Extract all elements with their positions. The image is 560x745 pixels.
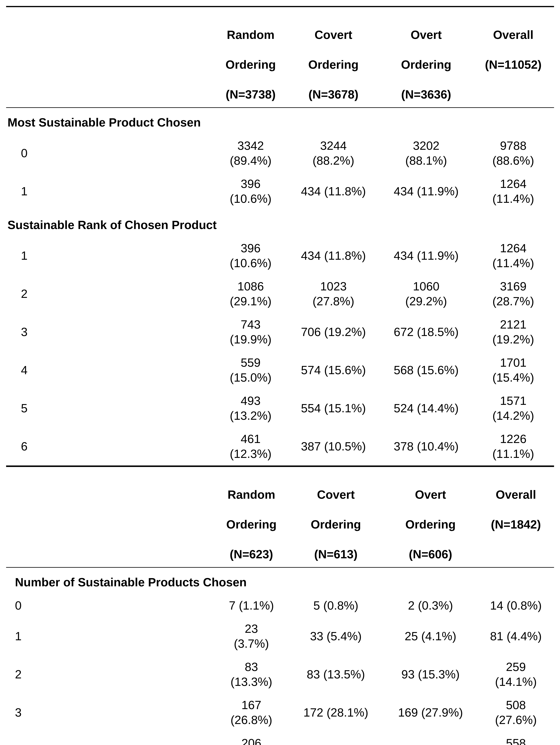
- cell-value: 169 (27.9%): [383, 732, 478, 745]
- table-row: 3167 (26.8%)172 (28.1%)169 (27.9%)508 (2…: [6, 693, 554, 732]
- cell-value: 5 (0.8%): [288, 594, 383, 617]
- cell-value: 378 (10.4%): [380, 427, 473, 465]
- cell-value: 387 (10.5%): [287, 427, 380, 465]
- summary-table-1: Random Ordering (N=3738) Covert Ordering…: [6, 6, 554, 465]
- header-blank: [6, 6, 214, 107]
- header-text: (N=623): [230, 548, 273, 561]
- table-row: 6461 (12.3%)387 (10.5%)378 (10.4%)1226 (…: [6, 427, 554, 465]
- cell-value: 559 (15.0%): [214, 351, 287, 389]
- header-text: (N=3738): [225, 88, 276, 101]
- cell-value: 1571 (14.2%): [473, 389, 554, 427]
- header-text: (N=606): [409, 548, 452, 561]
- section-title-row: Most Sustainable Product Chosen: [6, 107, 554, 134]
- header-covert: Covert Ordering (N=613): [288, 466, 383, 568]
- cell-value: 9788 (88.6%): [473, 134, 554, 172]
- header-text: Ordering: [308, 58, 358, 71]
- row-label: 3: [6, 313, 214, 351]
- table-row: 4559 (15.0%)574 (15.6%)568 (15.6%)1701 (…: [6, 351, 554, 389]
- cell-value: 183 (29.9%): [288, 732, 383, 745]
- cell-value: 167 (26.8%): [214, 693, 288, 732]
- cell-value: 434 (11.9%): [380, 172, 473, 210]
- header-text: Covert: [317, 488, 355, 501]
- row-label: 1: [6, 172, 214, 210]
- header-text: (N=613): [314, 548, 357, 561]
- cell-value: 81 (4.4%): [478, 617, 554, 655]
- cell-value: 14 (0.8%): [478, 594, 554, 617]
- table-row: 3743 (19.9%)706 (19.2%)672 (18.5%)2121 (…: [6, 313, 554, 351]
- cell-value: 169 (27.9%): [383, 693, 478, 732]
- cell-value: 1264 (11.4%): [473, 172, 554, 210]
- table-row: 123 (3.7%)33 (5.4%)25 (4.1%)81 (4.4%): [6, 617, 554, 655]
- tables-container: Random Ordering (N=3738) Covert Ordering…: [6, 6, 554, 745]
- cell-value: 434 (11.8%): [287, 237, 380, 275]
- row-label: 1: [6, 617, 214, 655]
- section-title: Most Sustainable Product Chosen: [6, 107, 554, 134]
- cell-value: 3169 (28.7%): [473, 275, 554, 313]
- cell-value: 461 (12.3%): [214, 427, 287, 465]
- table-2-header-row: Random Ordering (N=623) Covert Ordering …: [6, 466, 554, 568]
- row-label: 2: [6, 655, 214, 693]
- cell-value: 434 (11.8%): [287, 172, 380, 210]
- table-row: 07 (1.1%)5 (0.8%)2 (0.3%)14 (0.8%): [6, 594, 554, 617]
- table-row: 21086 (29.1%)1023 (27.8%)1060 (29.2%)316…: [6, 275, 554, 313]
- cell-value: 3244 (88.2%): [287, 134, 380, 172]
- row-label: 3: [6, 693, 214, 732]
- cell-value: 7 (1.1%): [214, 594, 288, 617]
- cell-value: 1086 (29.1%): [214, 275, 287, 313]
- cell-value: 3202 (88.1%): [380, 134, 473, 172]
- row-label: 1: [6, 237, 214, 275]
- header-overt: Overt Ordering (N=3636): [380, 6, 473, 107]
- header-random: Random Ordering (N=3738): [214, 6, 287, 107]
- header-text: Covert: [315, 28, 352, 41]
- row-label: 5: [6, 389, 214, 427]
- cell-value: 706 (19.2%): [287, 313, 380, 351]
- header-text: Ordering: [401, 58, 451, 71]
- cell-value: 25 (4.1%): [383, 617, 478, 655]
- cell-value: 1264 (11.4%): [473, 237, 554, 275]
- cell-value: 568 (15.6%): [380, 351, 473, 389]
- table-row: 283 (13.3%)83 (13.5%)93 (15.3%)259 (14.1…: [6, 655, 554, 693]
- header-blank: [6, 466, 214, 568]
- cell-value: 1226 (11.1%): [473, 427, 554, 465]
- cell-value: 396 (10.6%): [214, 172, 287, 210]
- cell-value: 83 (13.5%): [288, 655, 383, 693]
- header-overall: Overall (N=1842): [478, 466, 554, 568]
- header-overt: Overt Ordering (N=606): [383, 466, 478, 568]
- table-row: 1396 (10.6%)434 (11.8%)434 (11.9%)1264 (…: [6, 172, 554, 210]
- cell-value: 206 (33.1%): [214, 732, 288, 745]
- header-text: (N=3678): [308, 88, 358, 101]
- cell-value: 558 (30.3%): [478, 732, 554, 745]
- header-text: (N=11052): [485, 58, 541, 71]
- header-text: Ordering: [405, 518, 456, 531]
- cell-value: 33 (5.4%): [288, 617, 383, 655]
- header-text: Random: [228, 488, 275, 501]
- cell-value: 574 (15.6%): [287, 351, 380, 389]
- row-label: 0: [6, 594, 214, 617]
- row-label: 6: [6, 427, 214, 465]
- cell-value: 93 (15.3%): [383, 655, 478, 693]
- cell-value: 23 (3.7%): [214, 617, 288, 655]
- cell-value: 3342 (89.4%): [214, 134, 287, 172]
- cell-value: 672 (18.5%): [380, 313, 473, 351]
- row-label: 4: [6, 732, 214, 745]
- cell-value: 2121 (19.2%): [473, 313, 554, 351]
- header-text: Ordering: [226, 518, 277, 531]
- header-text: Overall: [496, 488, 536, 501]
- cell-value: 2 (0.3%): [383, 594, 478, 617]
- cell-value: 524 (14.4%): [380, 389, 473, 427]
- cell-value: 172 (28.1%): [288, 693, 383, 732]
- header-text: Overall: [493, 28, 533, 41]
- cell-value: 1023 (27.8%): [287, 275, 380, 313]
- section-title: Number of Sustainable Products Chosen: [6, 568, 554, 594]
- cell-value: 743 (19.9%): [214, 313, 287, 351]
- cell-value: 554 (15.1%): [287, 389, 380, 427]
- header-overall: Overall (N=11052): [473, 6, 554, 107]
- row-label: 2: [6, 275, 214, 313]
- row-label: 0: [6, 134, 214, 172]
- cell-value: 493 (13.2%): [214, 389, 287, 427]
- header-random: Random Ordering (N=623): [214, 466, 288, 568]
- cell-value: 508 (27.6%): [478, 693, 554, 732]
- section-title-row: Number of Sustainable Products Chosen: [6, 568, 554, 594]
- cell-value: 1701 (15.4%): [473, 351, 554, 389]
- header-text: (N=3636): [401, 88, 451, 101]
